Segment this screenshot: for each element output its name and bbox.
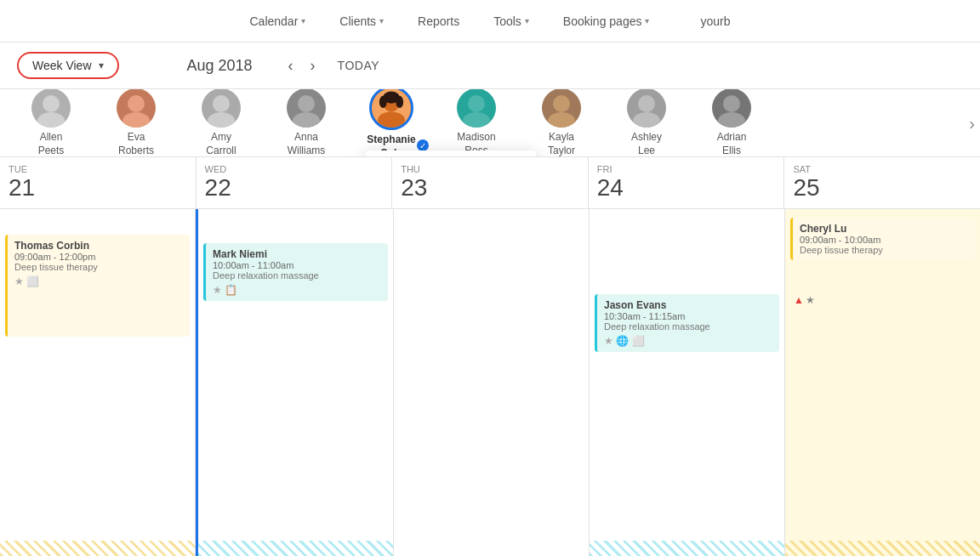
top-navigation: Calendar ▾ Clients ▾ Reports Tools ▾ Boo… [0,0,980,43]
calendar-toolbar: Week View ▾ Aug 2018 ‹ › TODAY [0,43,980,89]
staff-row: AllenPeets EvaRoberts AmyCarroll AnnaWil… [0,89,980,157]
next-arrow-button[interactable]: › [305,54,321,78]
sat-alert-icon: ▲ [794,294,804,306]
staff-amy-carroll[interactable]: AmyCarroll [179,89,264,157]
calendar-body: Thomas Corbin 09:00am - 12:00pm Deep tis… [0,209,980,556]
day-col-sat: Cheryl Lu 09:00am - 10:00am Deep tissue … [785,209,980,556]
name-adrian-ellis: AdrianEllis [717,131,747,157]
menu-go-to-profile[interactable]: Go to profile [366,150,536,157]
prev-arrow-button[interactable]: ‹ [283,54,299,78]
staff-kayla-taylor[interactable]: KaylaTaylor [519,89,604,157]
svg-point-19 [633,112,660,128]
fri-hatch [590,541,784,556]
nav-user[interactable]: yourb [700,14,730,28]
avatar-adrian-ellis [712,89,751,128]
svg-point-12 [379,96,387,108]
clients-arrow-icon: ▾ [379,16,384,26]
svg-point-18 [638,95,655,112]
day-header-tue: Tue 21 [0,157,197,208]
sat-hatch [785,541,980,556]
week-view-arrow-icon: ▾ [99,60,104,71]
day-col-thu [394,209,590,556]
day-col-tue: Thomas Corbin 09:00am - 12:00pm Deep tis… [0,209,196,556]
avatar-stephanie-cole [369,89,413,130]
avatar-anna-williams [287,89,326,128]
name-kayla-taylor: KaylaTaylor [548,131,575,157]
svg-point-20 [723,95,740,112]
svg-point-17 [548,112,575,128]
svg-point-16 [553,95,570,112]
nav-reports[interactable]: Reports [418,14,459,28]
fri-appt-icons: ★ 🌐 ⬜ [604,335,772,347]
staff-dropdown-menu: Go to profile Manage availability Add ti… [366,150,536,157]
day-header-fri: Fri 24 [589,157,785,208]
day-header-thu: Thu 23 [392,157,589,208]
nav-booking-pages[interactable]: Booking pages ▾ [563,14,650,28]
appt-thomas-corbin[interactable]: Thomas Corbin 09:00am - 12:00pm Deep tis… [5,235,190,337]
name-ashley-lee: AshleyLee [631,131,662,157]
svg-point-3 [122,112,150,128]
tools-arrow-icon: ▾ [525,16,529,26]
svg-point-1 [37,112,65,128]
avatar-amy-carroll [202,89,241,128]
avatar-eva-roberts [117,89,156,128]
avatar-kayla-taylor [542,89,581,128]
calendar-arrow-icon: ▾ [301,16,305,26]
svg-point-14 [468,95,485,112]
staff-eva-roberts[interactable]: EvaRoberts [94,89,179,157]
nav-calendar[interactable]: Calendar ▾ [249,14,305,28]
svg-point-2 [128,95,145,112]
avatar-allen-peets [31,89,71,128]
today-button[interactable]: TODAY [338,59,379,72]
staff-stephanie-cole[interactable]: ✓ StephanieCole [349,89,434,157]
svg-point-5 [208,112,235,128]
calendar-grid: Tue 21 Wed 22 Thu 23 Fri 24 Sat 25 Thoma… [0,157,980,556]
day-header-wed: Wed 22 [197,157,393,208]
sat-star-icon: ★ [806,294,815,306]
calendar-nav-arrows: ‹ › [283,54,321,78]
wed-hatch [198,541,393,556]
name-eva-roberts: EvaRoberts [118,131,154,157]
day-col-wed: Mark Niemi 10:00am - 11:00am Deep relaxa… [196,209,394,556]
nav-tools[interactable]: Tools ▾ [493,14,529,28]
week-view-button[interactable]: Week View ▾ [17,52,119,79]
staff-allen-peets[interactable]: AllenPeets [9,89,94,157]
staff-next-arrow[interactable]: › [969,113,975,133]
wed-appt-icons: ★ 📋 [213,284,381,296]
name-amy-carroll: AmyCarroll [206,131,236,157]
booking-arrow-icon: ▾ [645,16,649,26]
svg-point-6 [298,95,315,112]
day-headers: Tue 21 Wed 22 Thu 23 Fri 24 Sat 25 [0,157,980,209]
svg-point-0 [43,95,60,112]
nav-clients[interactable]: Clients ▾ [339,14,384,28]
svg-point-13 [396,96,403,108]
svg-point-7 [293,112,320,128]
staff-madison-ross[interactable]: MadisonRoss [434,89,519,157]
svg-point-4 [213,95,230,112]
name-anna-williams: AnnaWilliams [288,131,326,157]
day-col-fri: Jason Evans 10:30am - 11:15am Deep relax… [590,209,785,556]
month-label: Aug 2018 [187,57,253,75]
avatar-madison-ross [457,89,496,128]
staff-adrian-ellis[interactable]: AdrianEllis [689,89,774,157]
svg-point-21 [718,112,745,128]
svg-point-15 [463,112,490,128]
staff-ashley-lee[interactable]: AshleyLee [604,89,689,157]
tue-hatch [0,541,195,556]
tue-appt-icons: ★ ⬜ [14,275,183,287]
appt-mark-niemi[interactable]: Mark Niemi 10:00am - 11:00am Deep relaxa… [203,243,388,301]
avatar-ashley-lee [627,89,666,128]
staff-anna-williams[interactable]: AnnaWilliams [264,89,349,157]
appt-cheryl-lu[interactable]: Cheryl Lu 09:00am - 10:00am Deep tissue … [790,218,975,260]
appt-jason-evans[interactable]: Jason Evans 10:30am - 11:15am Deep relax… [595,294,779,352]
svg-point-10 [378,111,405,128]
name-allen-peets: AllenPeets [38,131,65,157]
day-header-sat: Sat 25 [784,157,980,208]
